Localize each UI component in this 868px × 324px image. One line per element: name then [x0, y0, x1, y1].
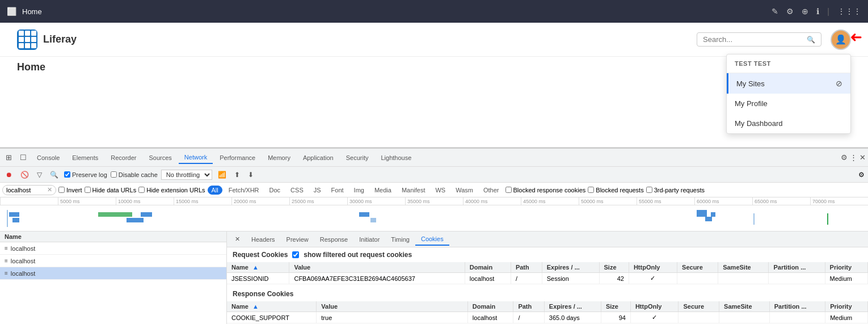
disable-cache-checkbox[interactable]: Disable cache: [111, 171, 158, 178]
network-settings-icon[interactable]: ⚙: [858, 171, 865, 179]
col-priority-res[interactable]: Priority: [825, 301, 868, 312]
tab-network[interactable]: Network: [179, 152, 213, 164]
table-row[interactable]: JSESSIONID CFBA069AA7EFE3C31EB2694AC4605…: [227, 273, 868, 284]
ruler-12: 60000 ms: [694, 197, 752, 205]
table-row[interactable]: ≡ localhost ➜: [0, 267, 226, 280]
device-icon[interactable]: ☐: [16, 151, 30, 164]
record-btn[interactable]: ⏺: [3, 170, 15, 180]
devtools-more-icon[interactable]: ⋮: [850, 153, 857, 162]
dropdown-item-myprofile[interactable]: My Profile: [727, 94, 850, 113]
tab-recorder[interactable]: Recorder: [105, 152, 142, 163]
filter-input-wrap[interactable]: ✕: [2, 185, 56, 195]
col-httponly-req[interactable]: HttpOnly: [629, 262, 677, 273]
col-partition-res[interactable]: Partition ...: [769, 301, 825, 312]
settings-icon[interactable]: ⚙: [786, 7, 794, 16]
type-filter-fetch[interactable]: Fetch/XHR: [225, 186, 263, 195]
col-expires-req[interactable]: Expires / ...: [542, 262, 599, 273]
tab-application[interactable]: Application: [297, 152, 339, 163]
search-network-btn[interactable]: 🔍: [48, 170, 61, 180]
avatar-icon: 👤: [835, 34, 846, 45]
detail-tab-timing[interactable]: Timing: [385, 234, 415, 245]
tab-performance[interactable]: Performance: [214, 152, 261, 163]
detail-tab-response[interactable]: Response: [314, 234, 354, 245]
detail-tab-cookies[interactable]: Cookies: [415, 233, 449, 246]
cookie-partition: [769, 273, 825, 284]
detail-tab-headers[interactable]: Headers: [246, 234, 281, 245]
tab-console[interactable]: Console: [31, 152, 65, 163]
earth-icon[interactable]: ⊕: [802, 7, 808, 16]
type-filter-font[interactable]: Font: [327, 186, 348, 195]
request-list: Name ≡ localhost ≡ localhost ≡ localhost…: [0, 232, 227, 324]
col-path-res[interactable]: Path: [513, 301, 544, 312]
apps-icon[interactable]: ⋮⋮⋮: [837, 7, 861, 16]
table-row[interactable]: ≡ localhost: [0, 255, 226, 267]
inspect-icon[interactable]: ⊞: [2, 151, 15, 164]
dropdown-item-mydashboard[interactable]: My Dashboard: [727, 113, 850, 133]
type-filter-js[interactable]: JS: [310, 186, 325, 195]
type-filter-media[interactable]: Media: [370, 186, 395, 195]
devtools-settings-icon[interactable]: ⚙: [841, 153, 848, 162]
type-filter-img[interactable]: Img: [350, 186, 368, 195]
download-icon[interactable]: ⬇: [246, 170, 256, 180]
liferay-search-box[interactable]: 🔍: [697, 32, 821, 47]
tab-memory[interactable]: Memory: [262, 152, 296, 163]
cookie-expires: Session: [542, 273, 599, 284]
edit-icon[interactable]: ✎: [772, 7, 778, 16]
filter-clear-btn[interactable]: ✕: [47, 186, 52, 193]
tab-elements[interactable]: Elements: [66, 152, 104, 163]
info-icon[interactable]: ℹ: [816, 7, 819, 16]
col-secure-req[interactable]: Secure: [677, 262, 718, 273]
cookie-name: JSESSIONID: [227, 273, 289, 284]
type-filter-other[interactable]: Other: [479, 186, 503, 195]
col-expires-res[interactable]: Expires / ...: [544, 301, 601, 312]
tab-lighthouse[interactable]: Lighthouse: [375, 152, 417, 163]
third-party-checkbox[interactable]: 3rd-party requests: [646, 187, 705, 193]
col-size-res[interactable]: Size: [601, 301, 630, 312]
show-filtered-checkbox[interactable]: [292, 251, 299, 258]
col-value-req[interactable]: Value: [289, 262, 465, 273]
col-partition-req[interactable]: Partition ...: [769, 262, 825, 273]
detail-tab-close[interactable]: ✕: [229, 233, 246, 245]
col-name-res[interactable]: Name ▲: [227, 301, 317, 312]
col-samesite-res[interactable]: SameSite: [719, 301, 770, 312]
blocked-requests-checkbox[interactable]: Blocked requests: [588, 187, 643, 193]
devtools-close-icon[interactable]: ✕: [859, 153, 866, 162]
col-domain-res[interactable]: Domain: [467, 301, 513, 312]
type-filter-css[interactable]: CSS: [286, 186, 307, 195]
table-row[interactable]: COOKIE_SUPPORT true localhost / 365.0 da…: [227, 312, 868, 323]
table-row[interactable]: ≡ localhost: [0, 242, 226, 255]
filter-btn-icon[interactable]: ▽: [35, 170, 44, 180]
tab-sources[interactable]: Sources: [143, 152, 177, 163]
detail-tab-initiator[interactable]: Initiator: [353, 234, 385, 245]
col-samesite-req[interactable]: SameSite: [718, 262, 769, 273]
type-filter-ws[interactable]: WS: [431, 186, 449, 195]
col-secure-res[interactable]: Secure: [679, 301, 719, 312]
col-name-req[interactable]: Name ▲: [227, 262, 289, 273]
red-arrow-avatar: ➜: [850, 28, 862, 46]
hide-extension-checkbox[interactable]: Hide extension URLs: [138, 187, 205, 193]
col-size-req[interactable]: Size: [599, 262, 629, 273]
col-path-req[interactable]: Path: [511, 262, 542, 273]
clear-btn[interactable]: 🚫: [18, 170, 31, 180]
col-priority-req[interactable]: Priority: [825, 262, 867, 273]
type-filter-manifest[interactable]: Manifest: [398, 186, 429, 195]
dropdown-item-mysites[interactable]: My Sites ⊘: [727, 73, 850, 94]
preserve-log-checkbox[interactable]: Preserve log: [64, 171, 107, 178]
upload-icon[interactable]: ⬆: [232, 170, 242, 180]
col-value-res[interactable]: Value: [317, 301, 468, 312]
avatar[interactable]: 👤: [831, 30, 851, 50]
detail-tab-preview[interactable]: Preview: [281, 234, 314, 245]
type-filter-wasm[interactable]: Wasm: [452, 186, 477, 195]
tab-security[interactable]: Security: [340, 152, 374, 163]
throttling-select[interactable]: No throttling: [161, 170, 212, 180]
search-input[interactable]: [703, 35, 807, 44]
col-httponly-res[interactable]: HttpOnly: [630, 301, 679, 312]
filter-input[interactable]: [6, 187, 46, 193]
invert-checkbox[interactable]: Invert: [58, 187, 82, 193]
liferay-logo-grid: [19, 31, 36, 48]
type-filter-doc[interactable]: Doc: [266, 186, 285, 195]
col-domain-req[interactable]: Domain: [465, 262, 511, 273]
hide-data-urls-checkbox[interactable]: Hide data URLs: [85, 187, 137, 193]
blocked-cookies-checkbox[interactable]: Blocked response cookies: [505, 187, 586, 193]
type-filter-all[interactable]: All: [208, 186, 222, 195]
